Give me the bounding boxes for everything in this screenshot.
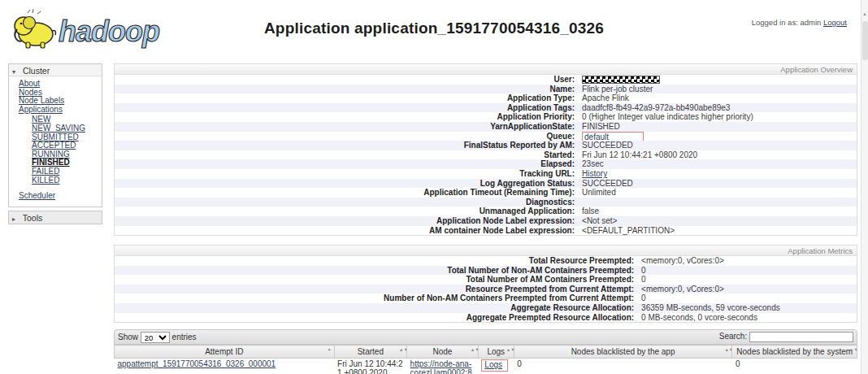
sidebar-item-failed[interactable]: FAILED [32, 167, 59, 176]
field-value: 0 [634, 275, 646, 284]
field-label: Total Number of AM Containers Preempted: [115, 275, 634, 285]
field-row-yarn-application-state: YarnApplicationState:FINISHED [115, 122, 857, 132]
sidebar-item-about[interactable]: About [19, 79, 40, 88]
sort-icon[interactable]: ▲▼ [471, 348, 476, 352]
main-content: Application Overview User: Name:Flink pe… [114, 63, 857, 374]
vertical-scrollbar[interactable]: ▲ [861, 0, 868, 374]
sidebar-item-applications[interactable]: Applications [19, 105, 63, 114]
field-label: Unmanaged Application: [115, 207, 575, 216]
logs-link[interactable]: Logs [484, 360, 502, 369]
metric-row-non-am-containers-preempted: Total Number of Non-AM Containers Preemp… [115, 266, 857, 276]
sidebar-item-scheduler[interactable]: Scheduler [19, 191, 55, 200]
sidebar-section-cluster[interactable]: ▾ Cluster [9, 64, 102, 76]
sidebar-section-tools[interactable]: ▸ Tools [8, 211, 102, 224]
field-row-am-node-label-expression: AM container Node Label expression:<DEFA… [115, 226, 857, 236]
field-value: 23sec [575, 159, 604, 168]
annotation-box: default [582, 132, 644, 141]
field-value: <memory:0, vCores:0> [634, 256, 724, 265]
attempt-started-cell: Fri Jun 12 10:44:21 +0800 2020 [334, 359, 407, 374]
metric-row-aggregate-preempted-allocation: Aggregate Preempted Resource Allocation:… [115, 313, 857, 323]
field-label: Resource Preempted from Current Attempt: [115, 285, 634, 294]
metric-row-resource-preempted-current-attempt: Resource Preempted from Current Attempt:… [115, 285, 857, 294]
user-redacted-value [582, 76, 660, 84]
sidebar-item-new[interactable]: NEW [32, 115, 50, 124]
sidebar-item-finished[interactable]: FINISHED [32, 158, 70, 167]
sidebar-item-accepted[interactable]: ACCEPTED [32, 141, 76, 150]
search-input[interactable] [749, 332, 853, 342]
logout-link[interactable]: Logout [823, 18, 847, 27]
field-label: Started: [115, 150, 575, 160]
field-label: Application Priority: [115, 112, 575, 122]
field-label: Number of Non-AM Containers Preempted fr… [115, 294, 634, 303]
sort-icon[interactable]: ▲▼ [724, 348, 730, 352]
sidebar-item-new-saving[interactable]: NEW_SAVING [32, 124, 85, 133]
field-row-unmanaged-application: Unmanaged Application:false [115, 207, 857, 216]
metric-row-total-resource-preempted: Total Resource Preempted:<memory:0, vCor… [115, 256, 857, 266]
field-label: Name: [115, 85, 575, 94]
table-header-row: Attempt ID ▾ Started ▲▼ Node ▲▼ Logs [115, 346, 857, 359]
field-value: 0 (Higher Integer value indicates higher… [575, 112, 753, 121]
column-header-nodes-blacklisted-app[interactable]: Nodes blacklisted by the app ▲▼ [514, 346, 732, 359]
tools-section-title: Tools [23, 213, 43, 223]
field-label: Total Resource Preempted: [115, 256, 634, 266]
column-header-node[interactable]: Node ▲▼ [407, 346, 479, 359]
field-row-started: Started:Fri Jun 12 10:44:21 +0800 2020 [115, 150, 857, 160]
field-label: Elapsed: [115, 159, 575, 169]
sidebar-item-submitted[interactable]: SUBMITTED [32, 133, 79, 141]
node-link[interactable]: https://node-ana-corezUam0002:8044 [410, 359, 472, 374]
attempt-table-row: appattempt_1591770054316_0326_000001 Fri… [115, 359, 857, 374]
page-size-control: Show 20 entries [118, 332, 197, 343]
field-value [575, 198, 582, 207]
field-row-application-type: Application Type:Apache Flink [115, 94, 857, 103]
field-value: 0 [634, 266, 646, 275]
field-row-log-aggregation-status: Log Aggregation Status:SUCCEEDED [115, 179, 857, 189]
field-value: FINISHED [575, 122, 620, 131]
collapse-triangle-icon: ▾ [12, 68, 20, 76]
field-label: Tracking URL: [115, 169, 575, 179]
application-states-list: NEW NEW_SAVING SUBMITTED ACCEPTED RUNNIN… [32, 115, 102, 185]
field-label: Aggregate Preempted Resource Allocation: [115, 313, 634, 323]
sidebar-item-nodes[interactable]: Nodes [19, 88, 42, 97]
field-row-user: User: [115, 75, 857, 85]
field-value: daadfcf8-fb49-42a9-972a-bb490abe89e3 [575, 103, 730, 112]
field-label: Total Number of Non-AM Containers Preemp… [115, 266, 634, 276]
search-label: Search: [719, 332, 747, 341]
sidebar-item-node-labels[interactable]: Node Labels [19, 96, 64, 105]
queue-link[interactable]: default [584, 133, 609, 141]
field-value: Fri Jun 12 10:44:21 +0800 2020 [575, 150, 697, 159]
sort-icon[interactable]: ▾ [327, 348, 332, 352]
scrollbar-thumb[interactable] [862, 21, 868, 60]
field-row-finalstatus: FinalStatus Reported by AM:SUCCEEDED [115, 141, 857, 150]
field-row-name: Name:Flink per-job cluster [115, 85, 857, 94]
field-label: Application Timeout (Remaining Time): [115, 188, 575, 198]
column-header-started[interactable]: Started ▲▼ [334, 346, 407, 359]
field-row-application-timeout: Application Timeout (Remaining Time):Unl… [115, 188, 857, 198]
tracking-url-history-link[interactable]: History [582, 169, 607, 178]
page-size-select[interactable]: 20 [141, 332, 170, 343]
metrics-rows: Total Resource Preempted:<memory:0, vCor… [115, 256, 857, 322]
sidebar-item-killed[interactable]: KILLED [32, 176, 59, 185]
attempt-id-link[interactable]: appattempt_1591770054316_0326_000001 [118, 359, 276, 368]
column-header-attempt-id[interactable]: Attempt ID ▾ [115, 346, 335, 359]
field-value: 0 MB-seconds, 0 vcore-seconds [634, 313, 757, 322]
sort-icon[interactable]: ▲▼ [399, 348, 405, 352]
login-status: Logged in as: admin Logout [752, 18, 847, 27]
cluster-nav-list: About Nodes Node Labels Applications [19, 80, 102, 114]
field-label: YarnApplicationState: [115, 122, 575, 132]
show-label: Show [118, 333, 138, 341]
attempts-table: Show 20 entries Search: [114, 329, 857, 374]
app-blacklist-count: 0 [514, 359, 732, 374]
logged-in-as-text: Logged in as: admin [752, 18, 822, 27]
column-header-logs[interactable]: Logs ▲▼ [478, 346, 514, 359]
scroll-up-icon[interactable]: ▲ [861, 11, 868, 16]
sidebar-item-running[interactable]: RUNNING [32, 150, 70, 159]
field-row-tracking-url: Tracking URL:History [115, 169, 857, 179]
field-value: 36359 MB-seconds, 59 vcore-seconds [634, 303, 780, 312]
column-header-nodes-blacklisted-system[interactable]: Nodes blacklisted by the system ▲▼ [732, 346, 857, 359]
field-label: Application Node Label expression: [115, 216, 575, 226]
sort-icon[interactable]: ▲▼ [506, 348, 512, 352]
field-row-queue: Queue:default [115, 132, 857, 141]
field-label: FinalStatus Reported by AM: [115, 141, 575, 150]
field-label: Application Type: [115, 94, 575, 103]
sort-icon[interactable]: ▲▼ [849, 348, 855, 352]
